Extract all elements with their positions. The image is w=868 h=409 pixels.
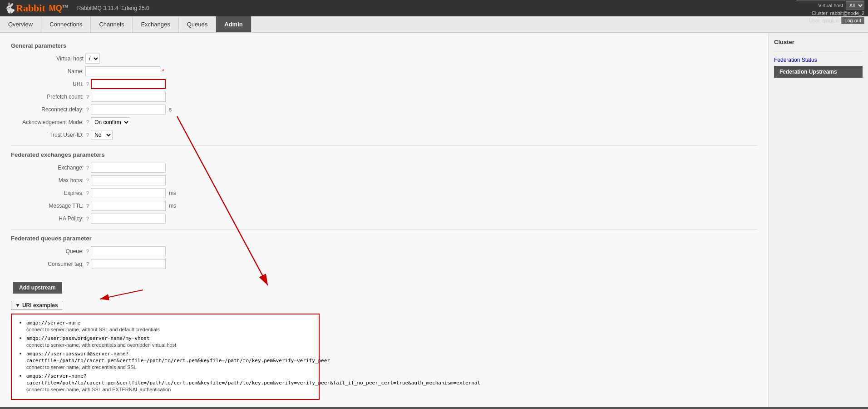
max-hops-input[interactable] (91, 175, 166, 185)
ack-mode-select[interactable]: On confirm On publish No ack (91, 117, 130, 127)
expires-form-row: Expires: ? ms (11, 188, 757, 198)
uri-example-item-1: amqp://server-name connect to server-nam… (26, 319, 312, 333)
federation-status-link[interactable]: Federation Status (774, 57, 863, 63)
uri-example-desc-4: connect to server-name, with SSL and EXT… (26, 387, 171, 392)
uri-example-desc-2: connect to server-name, with credentials… (26, 342, 176, 348)
vhost-row: Virtual host All (818, 1, 864, 10)
expires-unit: ms (169, 190, 176, 196)
vhost-label: Virtual host (818, 3, 843, 8)
right-sidebar: Cluster Federation Status Federation Ups… (768, 33, 868, 407)
cluster-value: rabbit@node_2 (830, 10, 864, 16)
federated-exchanges-title: Federated exchanges parameters (11, 151, 757, 158)
exchange-help-icon[interactable]: ? (86, 165, 89, 170)
footer: CSDN @百慕倾君 (0, 407, 868, 409)
federated-queues-title: Federated queues parameter (11, 235, 757, 242)
expires-help-icon[interactable]: ? (86, 190, 89, 196)
user-value: qingjun (823, 18, 838, 23)
ha-policy-form-row: HA Policy: ? (11, 214, 757, 224)
vhost-form-select[interactable]: / (85, 54, 100, 64)
reconnect-form-row: Reconnect delay: ? s (11, 105, 757, 115)
trust-userid-select[interactable]: No Yes (91, 130, 113, 140)
exchange-input[interactable] (91, 163, 166, 173)
sidebar-divider-1 (774, 51, 863, 51)
message-ttl-unit: ms (169, 203, 176, 209)
message-ttl-help-icon[interactable]: ? (86, 203, 89, 209)
queue-input[interactable] (91, 246, 166, 256)
refresh-select[interactable]: Refresh every 5 seconds (796, 0, 864, 0)
nav-channels[interactable]: Channels (91, 16, 133, 32)
reconnect-input[interactable] (91, 105, 166, 115)
nav-overview[interactable]: Overview (0, 16, 41, 32)
version-info: RabbitMQ 3.11.4 Erlang 25.0 (77, 5, 149, 11)
max-hops-form-row: Max hops: ? (11, 175, 757, 185)
trust-userid-form-row: Trust User-ID: ? No Yes (11, 130, 757, 140)
reconnect-help-icon[interactable]: ? (86, 107, 89, 112)
message-ttl-input[interactable] (91, 201, 166, 211)
exchange-form-row: Exchange: ? (11, 163, 757, 173)
user-row: User qingjun Log out (809, 17, 864, 24)
federation-upstreams-button[interactable]: Federation Upstreams (774, 66, 863, 78)
uri-examples-wrapper: ▼ URI examples amqp://server-name connec… (11, 301, 757, 400)
message-ttl-form-row: Message TTL: ? ms (11, 201, 757, 211)
section-divider-1 (11, 145, 757, 146)
user-label: User (809, 18, 820, 23)
expires-form-label: Expires: (11, 190, 84, 196)
nav-exchanges[interactable]: Exchanges (133, 16, 178, 32)
nav-admin[interactable]: Admin (216, 16, 251, 32)
cluster-sidebar-title: Cluster (774, 39, 863, 45)
vhost-select[interactable]: All (846, 1, 864, 10)
uri-toggle-label: URI examples (22, 302, 58, 309)
add-upstream-area: Add upstream (11, 275, 757, 294)
vhost-form-row: Virtual host / (11, 54, 757, 64)
mq-logo: MQTM (49, 4, 68, 13)
uri-help-icon[interactable]: ? (86, 81, 89, 87)
name-input[interactable] (85, 66, 160, 76)
name-form-row: Name: * (11, 66, 757, 76)
logo-area: 🐇Rabbit MQTM RabbitMQ 3.11.4 Erlang 25.0 (4, 2, 723, 14)
uri-input[interactable] (91, 79, 166, 89)
consumer-tag-form-label: Consumer tag: (11, 261, 84, 267)
trust-userid-help-icon[interactable]: ? (86, 132, 89, 138)
consumer-tag-help-icon[interactable]: ? (86, 261, 89, 267)
nav-connections[interactable]: Connections (41, 16, 91, 32)
prefetch-form-row: Prefetch count: ? (11, 92, 757, 102)
cluster-label: Cluster (812, 10, 828, 16)
exchange-form-label: Exchange: (11, 165, 84, 171)
ack-mode-form-label: Acknowledgement Mode: (11, 119, 84, 125)
uri-example-code-3: amqps://user:password@server-name?cacert… (26, 351, 330, 364)
uri-examples-toggle[interactable]: ▼ URI examples (11, 301, 62, 310)
prefetch-form-label: Prefetch count: (11, 94, 84, 100)
nav-queues[interactable]: Queues (179, 16, 217, 32)
name-required: * (162, 68, 164, 75)
ack-mode-form-row: Acknowledgement Mode: ? On confirm On pu… (11, 117, 757, 127)
consumer-tag-input[interactable] (91, 259, 166, 269)
uri-example-item-3: amqps://user:password@server-name?cacert… (26, 350, 312, 370)
content-area: General parameters Virtual host / Name: … (0, 33, 768, 407)
queue-help-icon[interactable]: ? (86, 249, 89, 254)
uri-example-item-4: amqps://server-name?cacertfile=/path/to/… (26, 372, 312, 393)
uri-toggle-arrow: ▼ (15, 302, 20, 309)
ack-mode-help-icon[interactable]: ? (86, 120, 89, 125)
expires-input[interactable] (91, 188, 166, 198)
add-upstream-button[interactable]: Add upstream (13, 282, 62, 294)
prefetch-input[interactable] (91, 92, 166, 102)
ha-policy-input[interactable] (91, 214, 166, 224)
uri-form-label: URI: (11, 81, 84, 87)
ha-policy-help-icon[interactable]: ? (86, 216, 89, 221)
ha-policy-form-label: HA Policy: (11, 215, 84, 222)
uri-examples-list: amqp://server-name connect to server-nam… (18, 319, 312, 393)
reconnect-form-label: Reconnect delay: (11, 106, 84, 113)
message-ttl-form-label: Message TTL: (11, 203, 84, 209)
prefetch-help-icon[interactable]: ? (86, 94, 89, 100)
cluster-row: Cluster rabbit@node_2 (812, 10, 864, 16)
uri-example-item-2: amqp://user:password@server-name/my-vhos… (26, 334, 312, 348)
logout-button[interactable]: Log out (841, 17, 864, 24)
vhost-form-label: Virtual host (11, 55, 84, 62)
refresh-row: Refreshed 2022-12-20 17:11:09 Refresh ev… (723, 0, 864, 0)
rabbit-logo: 🐇Rabbit (4, 2, 45, 14)
reconnect-unit: s (169, 106, 172, 113)
uri-example-code-1: amqp://server-name (26, 320, 80, 326)
max-hops-help-icon[interactable]: ? (86, 178, 89, 183)
top-bar: 🐇Rabbit MQTM RabbitMQ 3.11.4 Erlang 25.0… (0, 0, 868, 16)
max-hops-form-label: Max hops: (11, 177, 84, 184)
